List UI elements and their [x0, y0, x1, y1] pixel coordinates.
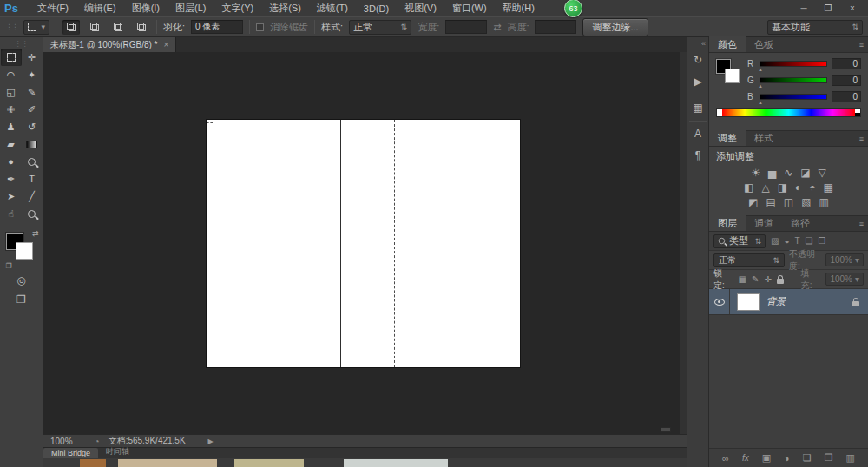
invert-icon[interactable]: ◩ — [748, 196, 758, 208]
color-balance-icon[interactable]: △ — [761, 181, 769, 194]
tab-swatches[interactable]: 色板 — [746, 36, 782, 52]
tool-path-selection[interactable]: ➤ — [1, 187, 22, 205]
screen-mode-button[interactable]: ❐ — [16, 293, 26, 306]
menu-edit[interactable]: 编辑(E) — [77, 0, 123, 16]
add-selection-button[interactable] — [86, 20, 103, 35]
green-slider[interactable]: ▲ — [760, 77, 827, 83]
panel-menu-icon[interactable]: ≡ — [859, 41, 864, 49]
filter-group-layers-icon[interactable]: ❏ — [806, 236, 813, 246]
blend-mode-dropdown[interactable]: 正常 ⇅ — [713, 253, 785, 267]
tool-crop[interactable]: ◱ — [1, 83, 22, 101]
filter-adjustment-layers-icon[interactable]: ◒ — [784, 236, 789, 246]
default-colors-icon[interactable]: ❐ — [6, 262, 12, 270]
actions-panel-button[interactable]: ▶ — [688, 72, 707, 91]
status-menu-arrow-icon[interactable]: ▶ — [208, 437, 214, 445]
quick-mask-button[interactable]: ◎ — [16, 274, 25, 286]
vibrance-icon[interactable]: ▽ — [819, 167, 826, 179]
refine-edge-button[interactable]: 调整边缘... — [582, 18, 648, 36]
tool-move[interactable]: ✛ — [22, 49, 43, 66]
photo-filter-icon[interactable]: ◐ — [795, 181, 801, 194]
thumbnail[interactable] — [344, 459, 448, 467]
tool-rectangular-marquee[interactable] — [1, 49, 22, 66]
filter-type-dropdown[interactable]: 类型 ⇅ — [713, 234, 766, 248]
close-button[interactable]: × — [840, 2, 865, 15]
menu-3d[interactable]: 3D(D) — [357, 2, 396, 16]
tab-channels[interactable]: 通道 — [746, 215, 782, 231]
paragraph-panel-button[interactable]: ¶ — [688, 146, 707, 165]
opacity-dropdown[interactable]: 100% ▾ — [825, 253, 864, 266]
height-input[interactable] — [535, 20, 576, 34]
history-panel-button[interactable]: ↻ — [688, 50, 707, 69]
tool-hand[interactable]: ☝ — [1, 205, 22, 222]
tab-mini-bridge[interactable]: Mini Bridge — [43, 448, 98, 458]
tool-eyedropper[interactable]: ✎ — [22, 83, 43, 101]
antialias-checkbox[interactable] — [256, 23, 264, 31]
lock-all-icon[interactable] — [777, 279, 784, 284]
layer-row-background[interactable]: 背景 — [709, 289, 868, 315]
menu-type[interactable]: 文字(Y) — [214, 0, 260, 16]
document-canvas[interactable] — [207, 120, 520, 367]
close-tab-icon[interactable]: × — [164, 40, 169, 49]
link-layers-icon[interactable]: ∞ — [722, 453, 729, 464]
new-selection-button[interactable] — [62, 20, 80, 35]
tool-line[interactable]: ╱ — [22, 187, 43, 205]
zoom-level-input[interactable]: 100% — [43, 435, 82, 447]
red-value-input[interactable]: 0 — [832, 58, 861, 69]
thumbnail[interactable] — [234, 459, 304, 467]
properties-panel-button[interactable]: ▦ — [688, 98, 707, 117]
canvas-viewport[interactable] — [43, 52, 687, 434]
black-white-icon[interactable]: ◨ — [778, 181, 787, 194]
menu-layer[interactable]: 图层(L) — [168, 0, 213, 16]
subtract-selection-button[interactable] — [109, 20, 127, 35]
tool-pen[interactable]: ✒ — [1, 170, 22, 187]
tool-brush[interactable]: ✐ — [22, 101, 43, 118]
delete-layer-icon[interactable]: ▥ — [846, 452, 855, 464]
vertical-scrollbar[interactable] — [679, 52, 687, 434]
channel-mixer-icon[interactable]: ◓ — [809, 181, 815, 194]
posterize-icon[interactable]: ▤ — [766, 196, 775, 208]
feather-input[interactable]: 0 像素 — [191, 20, 243, 34]
tab-adjustments[interactable]: 调整 — [709, 130, 746, 146]
tool-preset-picker[interactable]: ▾ — [23, 20, 49, 35]
menu-help[interactable]: 帮助(H) — [496, 0, 542, 16]
fill-dropdown[interactable]: 100% ▾ — [825, 273, 864, 286]
layer-style-icon[interactable]: fx — [742, 453, 749, 463]
tool-gradient[interactable] — [22, 135, 43, 153]
tool-healing-brush[interactable]: ✙ — [1, 101, 22, 118]
filter-smart-object-icon[interactable]: ❒ — [819, 236, 826, 246]
intersect-selection-button[interactable] — [133, 20, 150, 35]
tool-type[interactable]: T — [22, 170, 43, 187]
character-panel-button[interactable]: A — [688, 124, 707, 143]
selective-color-icon[interactable]: ▥ — [819, 196, 829, 208]
thumbnail[interactable] — [118, 459, 217, 467]
color-spectrum-ramp[interactable] — [716, 108, 861, 117]
add-mask-icon[interactable]: ▣ — [762, 452, 771, 464]
tab-color[interactable]: 颜色 — [709, 36, 746, 52]
background-color[interactable] — [725, 69, 740, 83]
tool-clone-stamp[interactable]: ♟ — [1, 118, 22, 135]
menu-filter[interactable]: 滤镜(T) — [310, 0, 355, 16]
menu-file[interactable]: 文件(F) — [30, 0, 76, 16]
brightness-contrast-icon[interactable]: ☀ — [751, 167, 760, 179]
tool-lasso[interactable]: ◠ — [1, 66, 22, 83]
tool-history-brush[interactable]: ↺ — [22, 118, 43, 135]
curves-icon[interactable]: ∿ — [784, 167, 792, 179]
menu-image[interactable]: 图像(I) — [125, 0, 167, 16]
blue-slider[interactable]: ▲ — [760, 94, 827, 100]
new-layer-icon[interactable]: ❐ — [825, 452, 833, 464]
minimize-button[interactable]: ─ — [792, 2, 816, 15]
tool-magic-wand[interactable]: ✦ — [22, 66, 43, 83]
menu-view[interactable]: 视图(V) — [398, 0, 444, 16]
lock-transparent-icon[interactable]: ▦ — [739, 274, 746, 284]
lock-paint-icon[interactable]: ✎ — [752, 274, 759, 284]
options-grip[interactable]: ⋮⋮ — [5, 23, 17, 31]
filter-type-layers-icon[interactable]: T — [795, 236, 800, 246]
filter-pixel-layers-icon[interactable]: ▨ — [771, 236, 779, 246]
swap-colors-icon[interactable]: ⇄ — [32, 229, 39, 238]
panel-menu-icon[interactable]: ≡ — [859, 220, 864, 228]
color-lookup-icon[interactable]: ▦ — [824, 181, 833, 194]
tool-blur[interactable]: ● — [1, 153, 22, 170]
levels-icon[interactable]: ▅ — [768, 167, 776, 179]
menu-select[interactable]: 选择(S) — [262, 0, 308, 16]
exposure-icon[interactable]: ◪ — [800, 167, 810, 179]
